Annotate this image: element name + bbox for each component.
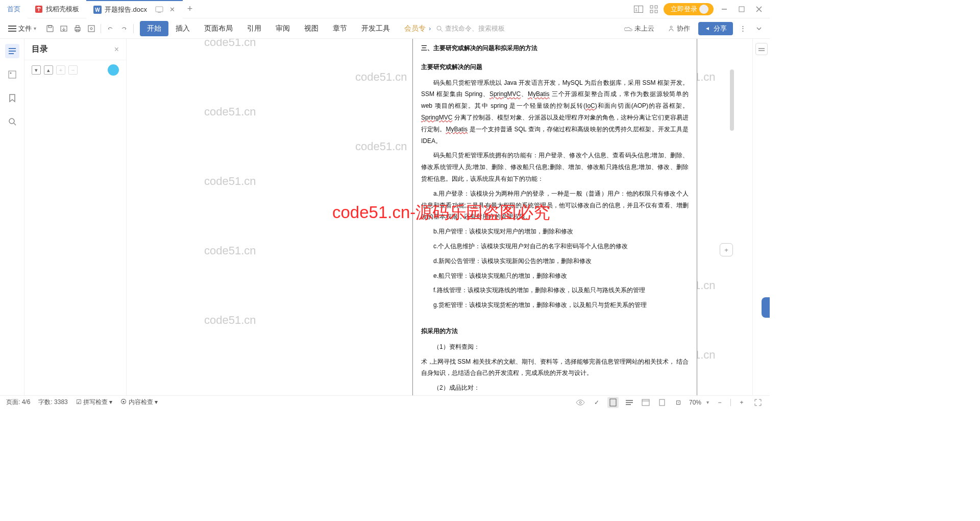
ribbon-tab-review[interactable]: 审阅 (268, 21, 297, 36)
zoom-in-icon[interactable]: + (736, 397, 747, 408)
badge-icon[interactable] (108, 64, 119, 76)
svg-rect-11 (655, 10, 657, 13)
coop-button[interactable]: 协作 (663, 22, 695, 35)
share-button[interactable]: 分享 (698, 22, 733, 35)
svg-rect-34 (758, 50, 765, 51)
search-icon (436, 25, 443, 32)
eye-icon[interactable] (575, 397, 586, 408)
page-view-icon[interactable] (607, 397, 619, 408)
watermark: code51.cn (355, 140, 407, 153)
svg-rect-16 (48, 26, 52, 28)
tab-label: 找稻壳模板 (46, 5, 79, 14)
paragraph: 码头船只货柜管理系统拥有的功能有：用户登录、修改个人信息、查看码头信息;增加、删… (421, 150, 689, 184)
print-icon[interactable] (71, 22, 84, 35)
outline-icon[interactable] (5, 44, 19, 58)
svg-rect-26 (9, 48, 16, 49)
expand-all-icon[interactable]: ▴ (44, 65, 53, 75)
svg-rect-13 (739, 7, 744, 12)
fullscreen-icon[interactable] (752, 397, 764, 408)
tab-home[interactable]: 首页 (0, 0, 28, 18)
coop-label: 协作 (677, 24, 690, 33)
menu-button[interactable]: 文件▾ (4, 22, 40, 35)
maximize-button[interactable] (735, 3, 748, 16)
svg-text:1: 1 (635, 7, 638, 12)
svg-line-24 (440, 30, 443, 32)
export-icon[interactable] (57, 22, 70, 35)
zoom-reset-icon[interactable]: ⊡ (673, 397, 684, 408)
page-count[interactable]: 页面: 4/6 (6, 398, 30, 407)
bookmark-icon[interactable] (5, 91, 19, 105)
cloud-button[interactable]: 未上云 (619, 22, 659, 35)
search-box[interactable]: 查找命令、搜索模板 (432, 22, 509, 35)
document-canvas[interactable]: code51.cn code51.cn code51.cn code51.cn … (127, 39, 752, 395)
login-button[interactable]: 立即登录 (664, 3, 714, 15)
section-title: 三、主要研究或解决的问题和拟采用的方法 (421, 42, 689, 54)
content-check[interactable]: ⦿ 内容检查 ▾ (120, 398, 158, 407)
tab-label: 首页 (7, 5, 20, 14)
search-placeholder: 查找命令、搜索模板 (445, 24, 505, 33)
find-icon[interactable] (5, 114, 19, 129)
ribbon-tab-reference[interactable]: 引用 (240, 21, 268, 36)
web-view-icon[interactable] (640, 397, 651, 408)
ribbon-tab-member[interactable]: 会员专 (397, 21, 433, 36)
svg-rect-19 (76, 26, 79, 28)
share-label: 分享 (714, 24, 727, 33)
minimize-button[interactable] (718, 3, 731, 16)
save-icon[interactable] (43, 22, 57, 35)
status-bar: 页面: 4/6 字数: 3383 ☑ 拼写检查 ▾ ⦿ 内容检查 ▾ ✓ ⊡ 7… (0, 395, 770, 409)
device-icon[interactable] (155, 6, 163, 13)
layout-icon[interactable]: 1 (633, 4, 644, 15)
apps-icon[interactable] (648, 4, 659, 15)
svg-rect-28 (9, 53, 14, 54)
redo-icon[interactable] (117, 22, 131, 35)
svg-rect-3 (156, 7, 163, 12)
tab-add[interactable]: + (183, 4, 197, 14)
cloud-label: 未上云 (634, 24, 654, 33)
paragraph: 术，上网寻找 SSM 相关技术的文献、期刊、资料等，选择能够完善信息管理网站的相… (421, 356, 689, 380)
ribbon-tab-chapter[interactable]: 章节 (326, 21, 354, 36)
scrollbar-thumb[interactable] (730, 69, 734, 131)
collapse-all-icon[interactable]: ▾ (32, 65, 41, 75)
word-count[interactable]: 字数: 3383 (38, 398, 67, 407)
ribbon-tab-view[interactable]: 视图 (297, 21, 326, 36)
more-icon[interactable]: ⋮ (736, 22, 749, 35)
svg-rect-40 (642, 399, 649, 406)
ruler-icon[interactable] (656, 397, 668, 408)
nav-icon[interactable] (5, 67, 19, 82)
ribbon-tab-start[interactable]: 开始 (140, 21, 168, 36)
side-expand-tab[interactable] (762, 297, 770, 318)
panel-toggle-icon[interactable] (755, 43, 768, 55)
watermark: code51.cn (204, 39, 256, 49)
remove-heading-icon[interactable]: − (68, 65, 78, 75)
read-mode-icon[interactable]: ✓ (591, 397, 602, 408)
zoom-level[interactable]: 70% (689, 399, 701, 406)
watermark-overlay: code51.cn-源码乐园盗图必究 (332, 201, 550, 224)
svg-rect-27 (9, 51, 16, 52)
outline-view-icon[interactable] (624, 397, 635, 408)
close-icon[interactable]: ✕ (168, 6, 176, 13)
svg-point-23 (437, 26, 441, 30)
svg-rect-42 (659, 399, 665, 406)
ribbon-tab-layout[interactable]: 页面布局 (197, 21, 240, 36)
ribbon-tab-insert[interactable]: 插入 (168, 21, 197, 36)
side-panel-tabs (0, 39, 24, 395)
tab-document[interactable]: W 开题报告.docx ✕ (86, 0, 183, 18)
collapse-ribbon-icon[interactable] (752, 22, 766, 35)
close-button[interactable] (752, 3, 766, 16)
paragraph: 码头船只货柜管理系统以 Java 开发语言开发，MySQL 为后台数据库，采用 … (421, 77, 689, 147)
watermark: code51.cn (204, 244, 256, 257)
close-panel-icon[interactable]: × (114, 45, 119, 54)
list-item: d.新闻公告管理：该模块实现新闻公告的增加，删除和修改 (421, 255, 689, 267)
tab-template[interactable]: 找稻壳模板 (28, 0, 86, 18)
add-comment-icon[interactable]: + (720, 243, 733, 256)
spell-check[interactable]: ☑ 拼写检查 ▾ (76, 398, 113, 407)
svg-rect-21 (88, 26, 94, 32)
preview-icon[interactable] (85, 22, 98, 35)
list-item: g.货柜管理：该模块实现货柜的增加，删除和修改，以及船只与货柜关系的管理 (421, 299, 689, 311)
svg-point-31 (9, 119, 14, 124)
undo-icon[interactable] (104, 22, 117, 35)
zoom-out-icon[interactable]: − (714, 397, 725, 408)
ribbon-tabs: 开始 插入 页面布局 引用 审阅 视图 章节 开发工具 会员专 › (140, 21, 431, 36)
add-heading-icon[interactable]: + (56, 65, 65, 75)
ribbon-tab-devtools[interactable]: 开发工具 (354, 21, 397, 36)
